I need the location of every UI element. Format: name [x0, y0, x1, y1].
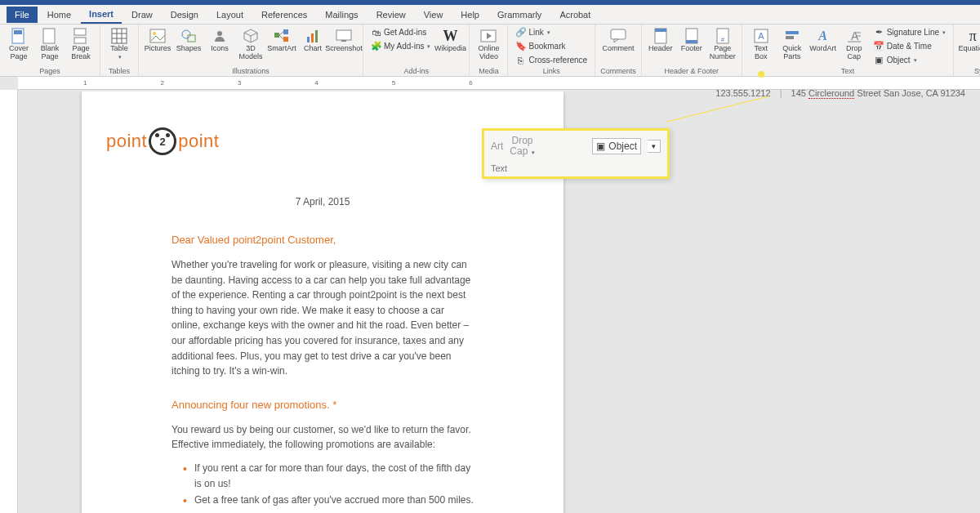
- online-video-button[interactable]: Online Video: [474, 26, 502, 61]
- svg-marker-30: [614, 39, 618, 42]
- tab-insert[interactable]: Insert: [81, 6, 122, 24]
- footer-icon: [684, 28, 700, 44]
- shapes-button[interactable]: Shapes: [175, 26, 203, 53]
- list-item: If you rent a car for more than four day…: [186, 461, 474, 491]
- group-label-addins: Add-ins: [403, 67, 429, 75]
- group-tables: Table▾ Tables: [100, 25, 139, 76]
- chevron-down-icon: ▾: [547, 29, 550, 36]
- salutation: Dear Valued point2point Customer,: [172, 234, 474, 246]
- drop-cap-button[interactable]: ADrop Cap: [840, 26, 868, 61]
- object-dropdown-zoom[interactable]: ▾: [648, 140, 661, 153]
- group-label-tables: Tables: [109, 67, 130, 75]
- svg-rect-24: [315, 30, 318, 42]
- document-date: 7 April, 2015: [172, 196, 474, 207]
- logo-text-right: point: [178, 131, 219, 152]
- svg-rect-3: [74, 29, 86, 35]
- object-button[interactable]: ▣Object▾: [871, 54, 949, 66]
- wordart-label-fragment: Art: [491, 141, 503, 152]
- group-media: Online Video Media: [470, 25, 508, 76]
- list-item: Rent any car for 10+ full days, and get …: [186, 510, 474, 513]
- svg-point-14: [217, 31, 222, 36]
- smartart-button[interactable]: SmartArt: [268, 26, 296, 53]
- get-addins-button[interactable]: 🛍Get Add-ins: [368, 26, 433, 38]
- tab-file[interactable]: File: [7, 7, 38, 23]
- object-button-zoom[interactable]: ▣Object: [592, 138, 641, 154]
- text-box-button[interactable]: AText Box: [747, 26, 775, 61]
- ruler-vertical: [0, 90, 18, 513]
- cube-icon: [243, 28, 259, 44]
- chevron-down-icon: ▾: [427, 43, 430, 50]
- equation-icon: π: [964, 28, 980, 44]
- table-button[interactable]: Table▾: [105, 26, 133, 60]
- bookmark-button[interactable]: 🔖Bookmark: [513, 40, 590, 52]
- cover-page-button[interactable]: Cover Page: [5, 26, 33, 61]
- group-label-headerfooter: Header & Footer: [664, 67, 719, 75]
- tab-home[interactable]: Home: [39, 7, 79, 23]
- drop-cap-label[interactable]: DropCap ▾: [510, 136, 534, 157]
- calendar-icon: 📅: [874, 41, 884, 51]
- chevron-down-icon: ▾: [942, 29, 946, 36]
- paragraph-2: You reward us by being our customer, so …: [172, 422, 474, 453]
- object-icon: ▣: [596, 141, 605, 152]
- equation-button[interactable]: πEquation: [959, 26, 980, 53]
- addins-icon: 🧩: [371, 41, 381, 51]
- svg-line-20: [279, 32, 283, 35]
- signature-icon: ✒: [874, 27, 884, 38]
- tab-draw[interactable]: Draw: [123, 7, 161, 23]
- tab-view[interactable]: View: [416, 7, 452, 23]
- chart-button[interactable]: Chart: [299, 26, 327, 53]
- svg-point-12: [182, 30, 190, 38]
- group-symbols: πEquation ΩSymbol Symbols: [954, 25, 980, 76]
- wikipedia-button[interactable]: WWikipedia: [436, 26, 464, 53]
- tab-mailings[interactable]: Mailings: [317, 7, 366, 23]
- icons-button[interactable]: Icons: [206, 26, 234, 53]
- page-number-button[interactable]: #Page Number: [709, 26, 737, 61]
- date-time-button[interactable]: 📅Date & Time: [871, 40, 949, 52]
- signature-line-button[interactable]: ✒Signature Line▾: [871, 26, 949, 38]
- callout-group-label: Text: [491, 163, 661, 173]
- svg-text:#: #: [720, 36, 724, 43]
- link-icon: 🔗: [515, 27, 526, 38]
- chevron-down-icon: ▾: [914, 57, 917, 64]
- screenshot-button[interactable]: Screenshot: [330, 26, 358, 53]
- tab-help[interactable]: Help: [452, 7, 488, 23]
- group-label-symbols: Symbols: [974, 67, 980, 75]
- tab-layout[interactable]: Layout: [208, 7, 252, 23]
- tab-acrobat[interactable]: Acrobat: [551, 7, 599, 23]
- cover-page-icon: [11, 28, 27, 44]
- group-label-pages: Pages: [39, 67, 60, 75]
- quick-parts-button[interactable]: Quick Parts: [778, 26, 806, 61]
- wordart-button[interactable]: AWordArt: [809, 26, 837, 53]
- my-addins-button[interactable]: 🧩My Add-ins▾: [368, 40, 433, 52]
- footer-button[interactable]: Footer: [678, 26, 706, 53]
- blank-page-icon: [42, 28, 58, 44]
- comment-button[interactable]: Comment: [604, 26, 632, 53]
- xref-icon: ⎘: [515, 55, 526, 65]
- table-icon: [111, 28, 127, 44]
- header-button[interactable]: Header: [647, 26, 675, 53]
- workspace: 123456 123.555.1212 | 145 Circleround St…: [0, 77, 980, 513]
- tab-grammarly[interactable]: Grammarly: [489, 7, 550, 23]
- wikipedia-icon: W: [442, 28, 458, 44]
- wordart-icon: A: [815, 28, 831, 44]
- svg-rect-1: [14, 30, 22, 34]
- page-break-button[interactable]: Page Break: [67, 26, 95, 61]
- 3d-models-button[interactable]: 3D Models: [237, 26, 265, 61]
- svg-rect-10: [150, 29, 165, 42]
- link-button[interactable]: 🔗Link▾: [513, 26, 590, 38]
- object-icon: ▣: [874, 55, 884, 65]
- group-header-footer: Header Footer #Page Number Header & Foot…: [642, 25, 742, 76]
- announcement-heading: Announcing four new promotions. *: [172, 399, 474, 411]
- pictures-button[interactable]: Pictures: [144, 26, 172, 53]
- svg-rect-17: [274, 33, 279, 38]
- tab-references[interactable]: References: [253, 7, 315, 23]
- blank-page-button[interactable]: Blank Page: [36, 26, 64, 61]
- svg-rect-19: [283, 37, 288, 42]
- screenshot-icon: [336, 28, 352, 44]
- svg-rect-40: [786, 36, 794, 39]
- tab-review[interactable]: Review: [368, 7, 414, 23]
- svg-point-11: [153, 32, 156, 35]
- smartart-icon: [274, 28, 290, 44]
- cross-reference-button[interactable]: ⎘Cross-reference: [513, 54, 590, 66]
- tab-design[interactable]: Design: [163, 7, 207, 23]
